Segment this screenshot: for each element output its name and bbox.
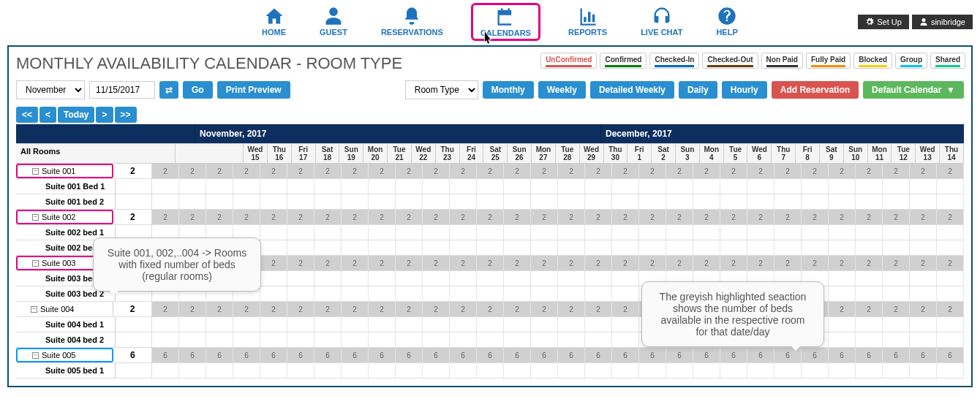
grid-cell[interactable] <box>342 271 369 286</box>
grid-cell[interactable] <box>910 317 937 332</box>
grid-cell[interactable] <box>666 194 693 209</box>
grid-cell[interactable] <box>504 225 531 240</box>
grid-cell[interactable] <box>314 363 342 378</box>
grid-cell[interactable]: 2 <box>829 210 856 224</box>
grid-cell[interactable]: 2 <box>693 164 720 178</box>
grid-cell[interactable] <box>774 194 802 209</box>
grid-cell[interactable] <box>396 363 423 378</box>
grid-cell[interactable]: 2 <box>342 210 369 224</box>
grid-cell[interactable] <box>396 225 423 240</box>
grid-cell[interactable]: 2 <box>910 210 937 224</box>
nav-reservations[interactable]: RESERVATIONS <box>375 3 449 41</box>
row-label[interactable]: Suite 001 Bed 1 <box>16 179 116 194</box>
grid-cell[interactable] <box>774 179 802 194</box>
grid-cell[interactable]: 2 <box>585 210 612 224</box>
grid-cell[interactable] <box>504 194 531 209</box>
grid-cell[interactable] <box>829 225 856 240</box>
grid-cell[interactable] <box>396 332 423 347</box>
grid-cell[interactable]: 6 <box>802 348 829 362</box>
grid-cell[interactable]: 6 <box>666 348 693 362</box>
grid-cell[interactable] <box>504 286 531 301</box>
grid-cell[interactable]: 2 <box>477 210 504 224</box>
grid-cell[interactable]: 2 <box>937 164 964 178</box>
grid-cell[interactable]: 6 <box>531 348 558 362</box>
grid-cell[interactable]: 2 <box>558 256 585 270</box>
go-button[interactable]: Go <box>183 81 213 99</box>
grid-cell[interactable]: 6 <box>233 348 260 362</box>
grid-cell[interactable] <box>747 194 774 209</box>
grid-cell[interactable]: 2 <box>693 256 720 270</box>
grid-cell[interactable]: 2 <box>369 210 396 224</box>
grid-cell[interactable]: 2 <box>747 256 774 270</box>
grid-cell[interactable] <box>287 286 314 301</box>
grid-cell[interactable] <box>829 194 856 209</box>
grid-cell[interactable] <box>504 179 531 194</box>
grid-cell[interactable]: 2 <box>774 210 802 224</box>
grid-cell[interactable] <box>260 240 287 255</box>
grid-cell[interactable] <box>179 317 206 332</box>
grid-cell[interactable]: 2 <box>206 164 233 178</box>
grid-cell[interactable] <box>937 240 964 255</box>
grid-cell[interactable] <box>856 317 883 332</box>
grid-cell[interactable]: 6 <box>856 348 883 362</box>
grid-cell[interactable]: 2 <box>774 164 802 178</box>
grid-cell[interactable] <box>369 194 396 209</box>
weekly-button[interactable]: Weekly <box>538 81 586 99</box>
grid-cell[interactable] <box>423 240 450 255</box>
row-label[interactable]: Suite 004 bed 2 <box>16 332 116 347</box>
collapse-icon[interactable]: − <box>32 260 39 267</box>
grid-cell[interactable] <box>396 286 423 301</box>
grid-cell[interactable]: 2 <box>450 164 477 178</box>
grid-cell[interactable]: 2 <box>883 164 910 178</box>
grid-cell[interactable]: 2 <box>206 302 233 316</box>
grid-cell[interactable] <box>342 286 369 301</box>
grid-cell[interactable]: 2 <box>558 302 585 316</box>
grid-cell[interactable] <box>179 332 206 347</box>
grid-cell[interactable] <box>152 332 179 347</box>
grid-cell[interactable]: 2 <box>720 210 747 224</box>
grid-cell[interactable] <box>531 271 558 286</box>
grid-cell[interactable] <box>693 225 720 240</box>
grid-cell[interactable] <box>206 179 233 194</box>
grid-cell[interactable]: 2 <box>287 256 314 270</box>
grid-cell[interactable] <box>856 363 883 378</box>
grid-cell[interactable]: 6 <box>720 348 747 362</box>
grid-cell[interactable] <box>829 286 856 301</box>
grid-cell[interactable]: 2 <box>179 210 206 224</box>
grid-cell[interactable] <box>233 194 260 209</box>
grid-cell[interactable] <box>260 363 287 378</box>
grid-cell[interactable]: 6 <box>423 348 450 362</box>
grid-cell[interactable] <box>260 225 287 240</box>
grid-cell[interactable] <box>531 240 558 255</box>
grid-cell[interactable]: 2 <box>423 164 450 178</box>
grid-cell[interactable] <box>639 194 666 209</box>
grid-cell[interactable]: 2 <box>558 164 585 178</box>
grid-cell[interactable] <box>856 332 883 347</box>
grid-cell[interactable]: 6 <box>206 348 233 362</box>
grid-cell[interactable]: 2 <box>531 210 558 224</box>
row-label[interactable]: −Suite 004 <box>16 302 113 316</box>
grid-cell[interactable] <box>287 363 314 378</box>
grid-cell[interactable]: 2 <box>260 256 287 270</box>
grid-cell[interactable]: 2 <box>504 256 531 270</box>
grid-cell[interactable] <box>450 286 477 301</box>
grid-cell[interactable]: 6 <box>639 348 666 362</box>
grid-cell[interactable] <box>477 271 504 286</box>
grid-cell[interactable] <box>450 194 477 209</box>
grid-cell[interactable] <box>883 286 910 301</box>
grid-cell[interactable]: 6 <box>910 348 937 362</box>
grid-cell[interactable] <box>396 317 423 332</box>
grid-cell[interactable]: 6 <box>450 348 477 362</box>
grid-cell[interactable]: 2 <box>179 302 206 316</box>
grid-cell[interactable] <box>720 194 747 209</box>
grid-cell[interactable] <box>883 271 910 286</box>
grid-cell[interactable] <box>396 271 423 286</box>
grid-cell[interactable] <box>369 317 396 332</box>
grid-cell[interactable]: 2 <box>287 302 314 316</box>
grid-cell[interactable]: 2 <box>774 256 802 270</box>
grid-cell[interactable] <box>260 332 287 347</box>
grid-cell[interactable] <box>693 240 720 255</box>
date-compare-button[interactable]: ⇄ <box>159 81 178 99</box>
grid-cell[interactable] <box>774 363 802 378</box>
grid-cell[interactable] <box>531 317 558 332</box>
